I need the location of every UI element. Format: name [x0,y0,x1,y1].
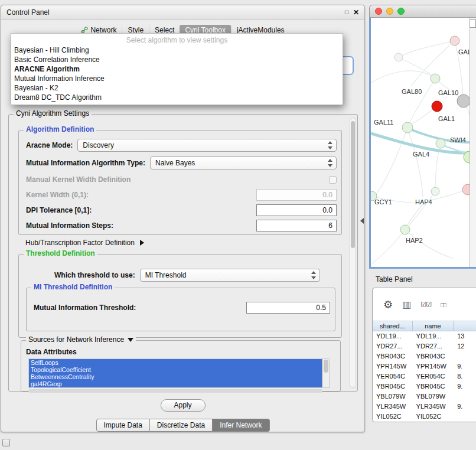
table-row[interactable]: YBR043CYBR043C [373,351,476,361]
bottom-tab-impute-data[interactable]: Impute Data [96,419,149,432]
network-node[interactable] [450,36,459,45]
data-attribute-item[interactable]: SelfLoops [29,359,322,366]
table-body: YDL19...YDL19...13YDR27...YDR27...12YBR0… [373,331,476,422]
network-node[interactable] [457,94,470,107]
bottom-tab-infer-network[interactable]: Infer Network [213,419,269,432]
table-cell [454,412,476,422]
table-row[interactable]: YDR27...YDR27...12 [373,341,476,351]
network-node-label: GAL1 [438,115,455,122]
hub-transcription-factor-toggle[interactable]: Hub/Transcription Factor Definition [25,239,144,247]
mi-threshold-label: Mutual Information Threshold: [34,304,136,312]
algorithm-option-aracne-algorithm[interactable]: ARACNE Algorithm [11,64,343,74]
mi-type-row: Mutual Information Algorithm Type: Naive… [26,156,337,169]
network-node[interactable] [431,187,439,195]
table-cell [454,392,476,402]
data-attributes-list[interactable]: SelfLoopsTopologicalCoefficientBetweenne… [28,358,322,388]
mi-algorithm-type-value: Naive Bayes [155,159,195,167]
network-icon [81,27,88,34]
columns-icon[interactable]: ▥ [402,299,411,310]
expand-right-icon [140,240,144,246]
algorithm-option-mutual-information-inference[interactable]: Mutual Information Inference [11,74,343,83]
window-buttons: □ ✕ [345,8,359,17]
mi-threshold-row: Mutual Information Threshold: 0.5 [34,301,330,314]
network-node[interactable] [431,74,440,83]
mi-steps-input[interactable]: 6 [256,220,337,231]
bottom-tab-discretize-data[interactable]: Discretize Data [150,419,213,432]
float-window-icon[interactable]: □ [345,9,348,15]
mi-threshold-input[interactable]: 0.5 [246,302,330,314]
gear-icon[interactable]: ⚙ [383,298,393,311]
network-edge [407,204,423,226]
table-row[interactable]: YLR345WYLR345W9. [373,402,476,412]
table-cell: 12 [454,341,476,351]
network-window-titlebar[interactable] [369,5,476,18]
table-row[interactable]: YBL079WYBL079W [373,392,476,402]
dpi-tolerance-label: DPI Tolerance [0,1]: [26,206,92,214]
column-header[interactable]: name [413,321,454,331]
network-edge [371,230,405,265]
network-node[interactable] [400,225,410,234]
table-cell: YER054C [373,371,413,381]
sources-title[interactable]: Sources for Network Inference [26,335,136,344]
control-panel-titlebar[interactable]: Control Panel □ ✕ [1,5,364,19]
algorithm-definition-title: Algorithm Definition [24,125,96,134]
table-header-row: shared...name [373,321,476,331]
threshold-definition-group: Threshold Definition Which threshold to … [18,254,342,338]
algorithm-option-dream8-dc-tdc-algorithm[interactable]: Dream8 DC_TDC Algorithm [11,93,343,102]
table-cell: YBL079W [373,392,413,402]
network-node[interactable] [436,139,445,148]
algorithm-option-bayesian-hill-climbing[interactable]: Bayesian - Hill Climbing [11,45,343,55]
network-edge [405,230,454,259]
attributes-horizontal-scrollbar[interactable] [28,389,322,393]
table-row[interactable]: YER054CYER054C8. [373,371,476,381]
settings-vertical-scrollbar[interactable] [350,118,356,388]
network-node[interactable] [402,122,413,133]
collapse-down-icon [128,338,133,342]
table-row[interactable]: YBR045CYBR045C9. [373,381,476,392]
table-row[interactable]: YDL19...YDL19...13 [373,331,476,341]
algorithm-option-bayesian-k2[interactable]: Bayesian - K2 [11,83,343,93]
close-traffic-light[interactable] [375,8,382,15]
kernel-width-input[interactable]: 0.0 [256,189,337,201]
hub-transcription-factor-label: Hub/Transcription Factor Definition [25,239,135,247]
table-toolbar: ⚙▥☑☑□□ [373,288,476,321]
network-vertical-scrollbar[interactable] [470,18,476,267]
zoom-traffic-light[interactable] [397,8,405,15]
apply-button[interactable]: Apply [161,399,206,412]
network-edge [399,57,432,75]
close-window-icon[interactable]: ✕ [353,8,359,17]
data-attribute-item[interactable]: BetweennessCentrality [29,373,322,380]
network-node[interactable] [395,53,403,61]
manual-kernel-width-checkbox[interactable] [329,176,337,184]
table-cell: YDL19... [373,331,413,341]
network-node-label: HAP2 [406,237,423,244]
select-all-icon[interactable]: ☑☑ [420,301,431,308]
mi-algorithm-type-select[interactable]: Naive Bayes [150,156,337,169]
deselect-all-icon[interactable]: □□ [441,302,446,308]
network-edge [399,41,455,57]
panel-collapse-arrow-icon[interactable] [360,218,364,224]
kernel-width-label: Kernel Width (0,1): [26,191,89,199]
network-node-label: GCY1 [374,198,392,206]
network-canvas[interactable]: GAL8GAL80GAL10GAL11GAL1SWI4GAL4GCY1HAP4H… [369,18,476,269]
attributes-vertical-scrollbar[interactable] [322,358,330,388]
column-header[interactable]: shared... [373,321,413,331]
which-threshold-select[interactable]: MI Threshold [140,269,320,282]
which-threshold-value: MI Threshold [145,271,187,279]
table-row[interactable]: YIL052CYIL052C [373,412,476,422]
data-attribute-item[interactable]: TopologicalCoefficient [29,366,322,373]
stepper-arrows-icon [328,159,332,167]
data-attribute-item[interactable]: gal4RGexp [29,380,322,387]
minimized-panel-icon[interactable] [2,439,10,446]
mi-steps-label: Mutual Information Steps: [26,221,113,230]
aracne-mode-label: Aracne Mode: [26,141,73,149]
column-header[interactable] [454,321,476,331]
dpi-tolerance-input[interactable]: 0.0 [256,204,337,216]
minimize-traffic-light[interactable] [386,8,393,15]
algorithm-option-basic-correlation-inference[interactable]: Basic Correlation Inference [11,55,343,64]
network-node-label: SWI4 [450,136,466,144]
table-cell: YER054C [413,371,454,381]
table-row[interactable]: YPR145WYPR145W9. [373,361,476,371]
network-node[interactable] [432,101,442,112]
aracne-mode-select[interactable]: Discovery [77,139,337,152]
